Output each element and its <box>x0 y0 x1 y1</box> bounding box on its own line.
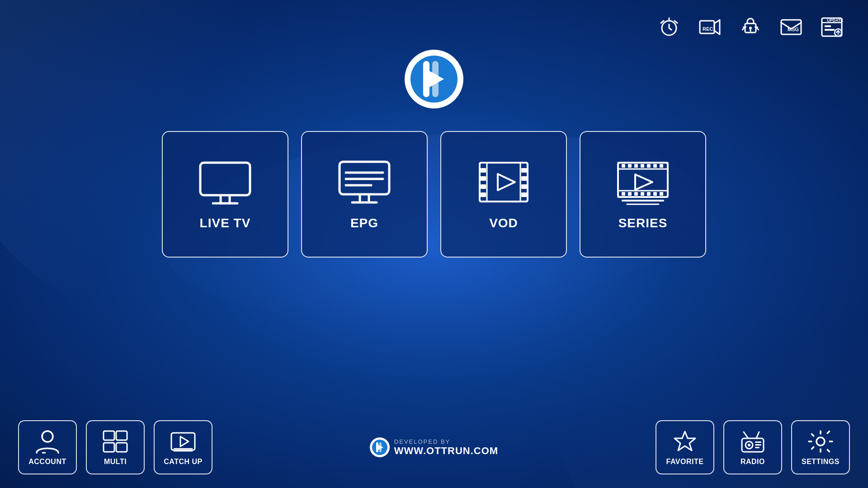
svg-rect-51 <box>653 164 657 168</box>
svg-rect-42 <box>521 192 527 197</box>
svg-rect-34 <box>481 168 486 173</box>
svg-rect-35 <box>481 176 486 181</box>
svg-rect-47 <box>628 164 632 168</box>
svg-rect-41 <box>521 184 527 189</box>
alarm-button[interactable] <box>651 9 687 45</box>
svg-rect-55 <box>628 192 632 196</box>
radio-label: RADIO <box>741 458 765 466</box>
svg-rect-59 <box>653 192 657 196</box>
svg-rect-37 <box>481 192 486 197</box>
svg-rect-39 <box>521 168 527 173</box>
svg-rect-56 <box>634 192 638 196</box>
svg-rect-50 <box>647 164 651 168</box>
vod-label: VOD <box>489 216 518 230</box>
dev-url: WWW.OTTRUN.COM <box>394 445 498 457</box>
svg-marker-43 <box>498 174 515 190</box>
svg-marker-79 <box>675 432 695 450</box>
svg-rect-66 <box>104 431 114 440</box>
vod-button[interactable]: VOD <box>440 131 567 258</box>
svg-point-64 <box>42 431 53 442</box>
bottom-left-group: ACCOUNT MULTI CATCH UP <box>18 420 212 474</box>
svg-rect-48 <box>634 164 638 168</box>
account-label: ACCOUNT <box>28 458 66 466</box>
svg-point-88 <box>816 437 825 446</box>
svg-rect-85 <box>755 447 760 448</box>
svg-line-87 <box>756 432 759 438</box>
rec-button[interactable]: REC <box>692 9 728 45</box>
top-bar: REC MSG <box>0 0 868 45</box>
multi-label: MULTI <box>104 458 127 466</box>
settings-label: SETTINGS <box>802 458 840 466</box>
series-button[interactable]: SERIES <box>580 131 706 258</box>
developer-credit: DEVELOPED BY WWW.OTTRUN.COM <box>370 437 498 457</box>
bottom-bar: ACCOUNT MULTI CATCH UP <box>0 420 868 474</box>
favorite-button[interactable]: FAVORITE <box>656 420 714 474</box>
dev-logo <box>370 437 390 457</box>
svg-rect-12 <box>825 29 835 31</box>
svg-rect-68 <box>104 443 114 452</box>
live-tv-button[interactable]: LIVE TV <box>162 131 288 258</box>
svg-text:MSG: MSG <box>788 27 799 32</box>
svg-rect-69 <box>116 443 127 452</box>
bottom-right-group: FAVORITE RADIO <box>656 420 850 474</box>
epg-label: EPG <box>350 216 378 230</box>
svg-rect-57 <box>641 192 644 196</box>
svg-text:REC: REC <box>703 26 713 32</box>
svg-rect-67 <box>116 431 127 440</box>
svg-rect-21 <box>200 163 250 195</box>
svg-line-86 <box>744 432 748 438</box>
logo-area <box>405 50 463 108</box>
svg-rect-54 <box>622 192 625 196</box>
svg-rect-46 <box>622 164 625 168</box>
msg-button[interactable]: MSG <box>773 9 809 45</box>
vpn-button[interactable] <box>732 9 769 45</box>
svg-point-82 <box>748 444 750 446</box>
svg-rect-18 <box>423 61 429 97</box>
dev-prefix: DEVELOPED BY <box>394 438 498 445</box>
radio-button[interactable]: RADIO <box>723 420 782 474</box>
svg-marker-3 <box>714 20 720 34</box>
live-tv-label: LIVE TV <box>200 216 251 230</box>
svg-rect-11 <box>825 25 831 27</box>
catchup-button[interactable]: CATCH UP <box>154 420 212 474</box>
svg-rect-60 <box>660 192 663 196</box>
epg-button[interactable]: EPG <box>301 131 428 258</box>
svg-marker-61 <box>635 174 652 190</box>
svg-rect-83 <box>755 441 761 443</box>
svg-rect-52 <box>660 164 663 168</box>
account-button[interactable]: ACCOUNT <box>18 420 77 474</box>
svg-rect-70 <box>171 433 195 450</box>
svg-rect-36 <box>481 184 486 189</box>
update-button[interactable]: UPDATE <box>814 9 850 45</box>
svg-rect-40 <box>521 176 527 181</box>
favorite-label: FAVORITE <box>666 458 704 466</box>
series-label: SERIES <box>618 216 668 230</box>
svg-marker-71 <box>180 436 189 446</box>
logo <box>405 50 463 108</box>
svg-rect-44 <box>618 163 668 197</box>
settings-button[interactable]: SETTINGS <box>791 420 850 474</box>
catchup-label: CATCH UP <box>164 458 202 466</box>
svg-rect-84 <box>755 444 761 446</box>
multi-button[interactable]: MULTI <box>86 420 145 474</box>
main-menu: LIVE TV EPG <box>162 131 706 258</box>
svg-rect-58 <box>647 192 651 196</box>
svg-rect-49 <box>641 164 644 168</box>
svg-text:UPDATE: UPDATE <box>827 18 843 23</box>
